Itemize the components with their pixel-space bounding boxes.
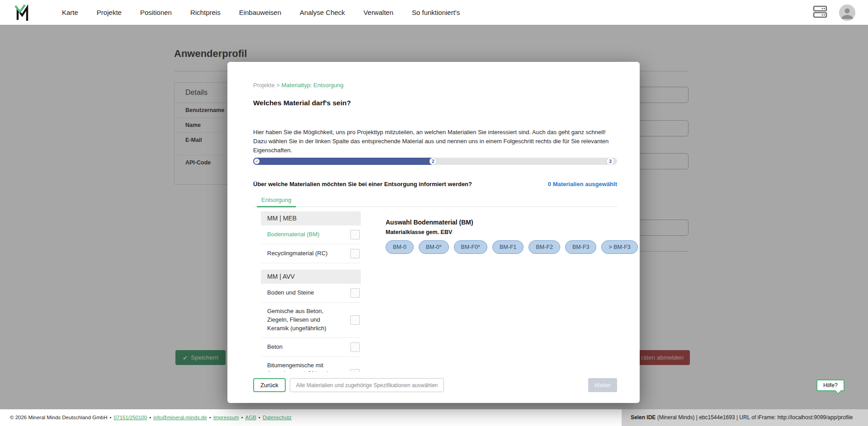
nav-item-so-funktionierts[interactable]: So funktioniert's bbox=[412, 9, 460, 16]
status-app-name: Selen IDE bbox=[631, 414, 656, 421]
list-item-bodenmaterial[interactable]: Bodenmaterial (BM) bbox=[261, 225, 361, 244]
question-row: Über welche Materialien möchten Sie bei … bbox=[253, 181, 617, 187]
material-list: MM | MEB Bodenmaterial (BM) Recyclingmat… bbox=[261, 211, 361, 372]
material-checkbox[interactable] bbox=[350, 230, 360, 239]
tabs-row: Entsorgung bbox=[253, 196, 617, 207]
modal-description: Hier haben Sie die Möglichkeit, uns pro … bbox=[253, 128, 617, 155]
footer-link-agb[interactable]: AGB bbox=[245, 415, 256, 420]
app-root: Anwenderprofil Details Benutzername Name… bbox=[0, 0, 868, 426]
avatar-icon[interactable] bbox=[839, 5, 855, 21]
tab-entsorgung-label: Entsorgung bbox=[261, 197, 292, 203]
material-label[interactable]: Boden und Steine bbox=[267, 289, 339, 297]
help-button[interactable]: Hilfe? bbox=[816, 379, 844, 391]
footer-legal: © 2026 Mineral Minds Deutschland GmbH•07… bbox=[10, 409, 292, 426]
material-label[interactable]: Bodenmaterial (BM) bbox=[267, 230, 339, 239]
material-label[interactable]: Recyclingmaterial (RC) bbox=[267, 249, 339, 258]
copyright-text: © 2026 Mineral Minds Deutschland GmbH bbox=[10, 415, 108, 420]
footer-link-datenschutz[interactable]: Datenschutz bbox=[263, 415, 292, 420]
group-header: MM | AVV bbox=[261, 270, 361, 284]
nav-item-richtpreis[interactable]: Richtpreis bbox=[190, 9, 221, 16]
nav-item-karte[interactable]: Karte bbox=[62, 9, 78, 16]
material-checkbox[interactable] bbox=[350, 369, 360, 372]
nav-item-positionen[interactable]: Positionen bbox=[140, 9, 172, 16]
pill-bm-0[interactable]: BM-0 bbox=[386, 240, 414, 254]
pill-bm-f0s[interactable]: BM-F0* bbox=[454, 240, 487, 254]
group-header: MM | MEB bbox=[261, 211, 361, 225]
footer-separator: • bbox=[149, 415, 151, 420]
material-checkbox[interactable] bbox=[350, 249, 360, 258]
devices-icon[interactable] bbox=[813, 5, 827, 21]
nav-item-einbauweisen[interactable]: Einbauweisen bbox=[239, 9, 281, 16]
pill-gt-bm-f3[interactable]: > BM-F3 bbox=[601, 240, 637, 254]
step2-badge: 2 bbox=[429, 158, 437, 165]
pill-bm-f2[interactable]: BM-F2 bbox=[528, 240, 560, 254]
material-group-meb: MM | MEB Bodenmaterial (BM) Recyclingmat… bbox=[261, 211, 361, 263]
modal-body: MM | MEB Bodenmaterial (BM) Recyclingmat… bbox=[253, 211, 617, 372]
footer-separator: • bbox=[209, 415, 211, 420]
material-checkbox[interactable] bbox=[350, 315, 360, 325]
status-bar: Selen IDE (Mineral Minds) | ebc1544e1693… bbox=[622, 409, 868, 426]
tab-entsorgung[interactable]: Entsorgung bbox=[253, 196, 300, 207]
list-item-boden-und-steine[interactable]: Boden und Steine bbox=[261, 284, 361, 303]
modal-content: Projekte > Materialtyp: Entsorgung Welch… bbox=[253, 62, 617, 403]
pill-bm-f1[interactable]: BM-F1 bbox=[492, 240, 524, 254]
footer-separator: • bbox=[241, 415, 243, 420]
breadcrumb-separator: > bbox=[275, 82, 282, 89]
breadcrumb: Projekte > Materialtyp: Entsorgung bbox=[253, 82, 344, 89]
status-details: (Mineral Minds) | ebc1544e1693 | URL of … bbox=[656, 414, 853, 421]
topbar-right bbox=[813, 0, 855, 25]
material-checkbox[interactable] bbox=[350, 288, 360, 298]
progress-bar: ✓ 2 3 bbox=[253, 158, 617, 165]
step1-done-check-icon: ✓ bbox=[254, 159, 259, 164]
topbar: Karte Projekte Positionen Richtpreis Ein… bbox=[0, 0, 868, 25]
selection-panel-title: Auswahl Bodenmaterial (BM) bbox=[386, 219, 617, 226]
select-all-button[interactable]: Alle Materialien und zugehörige Spezifik… bbox=[290, 378, 444, 392]
footer: © 2026 Mineral Minds Deutschland GmbH•07… bbox=[0, 409, 868, 426]
breadcrumb-parent[interactable]: Projekte bbox=[253, 82, 275, 89]
footer-link-email[interactable]: info@mineral-minds.de bbox=[153, 415, 207, 420]
selection-panel-subtitle: Materialklasse gem. EBV bbox=[386, 229, 617, 235]
pill-bm-0s[interactable]: BM-0* bbox=[419, 240, 449, 254]
main-nav: Karte Projekte Positionen Richtpreis Ein… bbox=[62, 0, 460, 25]
next-button[interactable]: Weiter bbox=[588, 378, 617, 392]
step3-badge: 3 bbox=[607, 158, 614, 165]
material-label[interactable]: Gemische aus Beton, Ziegeln, Fliesen und… bbox=[267, 307, 339, 333]
material-label[interactable]: Bitumengemische mit Ausnahme von 01* und… bbox=[267, 361, 339, 372]
list-item-bitumengemische[interactable]: Bitumengemische mit Ausnahme von 01* und… bbox=[261, 357, 361, 372]
pill-bm-f3[interactable]: BM-F3 bbox=[565, 240, 597, 254]
question-text: Über welche Materialien möchten Sie bei … bbox=[253, 181, 472, 187]
material-group-avv: MM | AVV Boden und Steine Gemische aus B… bbox=[261, 270, 361, 372]
list-item-gemische[interactable]: Gemische aus Beton, Ziegeln, Fliesen und… bbox=[261, 303, 361, 338]
help-button-label: Hilfe? bbox=[823, 382, 838, 389]
progress-fill bbox=[253, 158, 437, 165]
nav-item-verwalten[interactable]: Verwalten bbox=[363, 9, 393, 16]
list-item-beton[interactable]: Beton bbox=[261, 338, 361, 357]
material-label[interactable]: Beton bbox=[267, 343, 339, 351]
breadcrumb-current: Materialtyp: Entsorgung bbox=[282, 82, 344, 89]
footer-link-impressum[interactable]: Impressum bbox=[213, 415, 239, 420]
selected-count[interactable]: 0 Materialien ausgewählt bbox=[548, 181, 617, 187]
mineral-minds-logo[interactable] bbox=[14, 4, 30, 21]
footer-link-phone[interactable]: 07151/250100 bbox=[114, 415, 147, 420]
list-item-recyclingmaterial[interactable]: Recyclingmaterial (RC) bbox=[261, 244, 361, 263]
tab-active-indicator bbox=[257, 206, 296, 208]
modal-title: Welches Material darf's sein? bbox=[253, 99, 351, 107]
material-checkbox[interactable] bbox=[350, 342, 360, 352]
back-button[interactable]: Zurück bbox=[253, 378, 286, 392]
nav-item-projekte[interactable]: Projekte bbox=[97, 9, 122, 16]
selection-panel: Auswahl Bodenmaterial (BM) Materialklass… bbox=[386, 211, 617, 372]
material-selection-dialog: Projekte > Materialtyp: Entsorgung Welch… bbox=[227, 62, 640, 403]
modal-actions: Zurück Alle Materialien und zugehörige S… bbox=[253, 378, 617, 392]
nav-item-analyse-check[interactable]: Analyse Check bbox=[300, 9, 345, 16]
footer-separator: • bbox=[259, 415, 260, 420]
material-class-pills: BM-0 BM-0* BM-F0* BM-F1 BM-F2 BM-F3 > BM… bbox=[386, 240, 617, 254]
footer-separator: • bbox=[110, 415, 112, 420]
